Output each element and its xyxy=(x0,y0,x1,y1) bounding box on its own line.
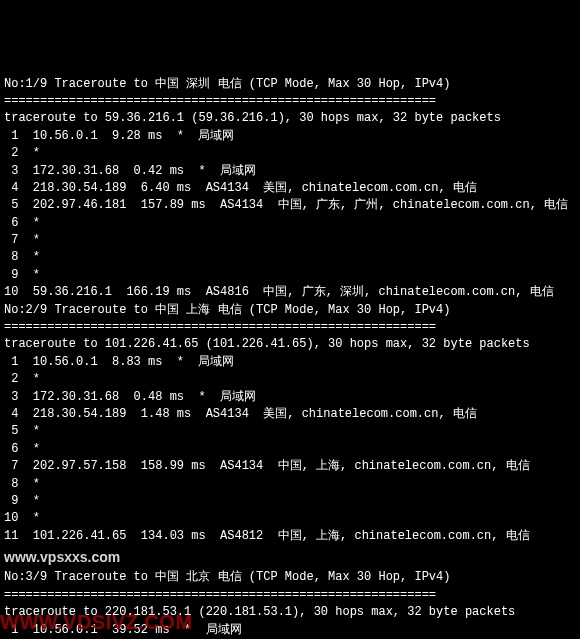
terminal-line: 10 59.36.216.1 166.19 ms AS4816 中国, 广东, … xyxy=(4,284,576,301)
terminal-line: 7 202.97.57.158 158.99 ms AS4134 中国, 上海,… xyxy=(4,458,576,475)
terminal-line: ========================================… xyxy=(4,319,576,336)
terminal-line: 11 101.226.41.65 134.03 ms AS4812 中国, 上海… xyxy=(4,528,576,545)
terminal-output: No:1/9 Traceroute to 中国 深圳 电信 (TCP Mode,… xyxy=(4,76,576,639)
terminal-line: traceroute to 101.226.41.65 (101.226.41.… xyxy=(4,336,576,353)
watermark-bottom: WWW.VDSIVZ.COM xyxy=(0,608,193,637)
terminal-line: No:1/9 Traceroute to 中国 深圳 电信 (TCP Mode,… xyxy=(4,76,576,93)
terminal-line: 8 * xyxy=(4,476,576,493)
terminal-line: 8 * xyxy=(4,249,576,266)
watermark-mid: www.vpsxxs.com xyxy=(4,547,576,567)
terminal-line: 5 * xyxy=(4,423,576,440)
terminal-line: 2 * xyxy=(4,371,576,388)
terminal-line: 9 * xyxy=(4,493,576,510)
terminal-line: 4 218.30.54.189 6.40 ms AS4134 美国, china… xyxy=(4,180,576,197)
terminal-line: 6 * xyxy=(4,215,576,232)
terminal-line: 5 202.97.46.181 157.89 ms AS4134 中国, 广东,… xyxy=(4,197,576,214)
terminal-line: ========================================… xyxy=(4,587,576,604)
terminal-line: 7 * xyxy=(4,232,576,249)
terminal-line: traceroute to 59.36.216.1 (59.36.216.1),… xyxy=(4,110,576,127)
terminal-line: 9 * xyxy=(4,267,576,284)
terminal-line: 2 * xyxy=(4,145,576,162)
terminal-line: 6 * xyxy=(4,441,576,458)
terminal-line: 10 * xyxy=(4,510,576,527)
terminal-line: No:3/9 Traceroute to 中国 北京 电信 (TCP Mode,… xyxy=(4,569,576,586)
terminal-line: 3 172.30.31.68 0.48 ms * 局域网 xyxy=(4,389,576,406)
terminal-line: ========================================… xyxy=(4,93,576,110)
terminal-line: 1 10.56.0.1 9.28 ms * 局域网 xyxy=(4,128,576,145)
terminal-line: No:2/9 Traceroute to 中国 上海 电信 (TCP Mode,… xyxy=(4,302,576,319)
terminal-line: 4 218.30.54.189 1.48 ms AS4134 美国, china… xyxy=(4,406,576,423)
terminal-line: 1 10.56.0.1 8.83 ms * 局域网 xyxy=(4,354,576,371)
terminal-line: 3 172.30.31.68 0.42 ms * 局域网 xyxy=(4,163,576,180)
